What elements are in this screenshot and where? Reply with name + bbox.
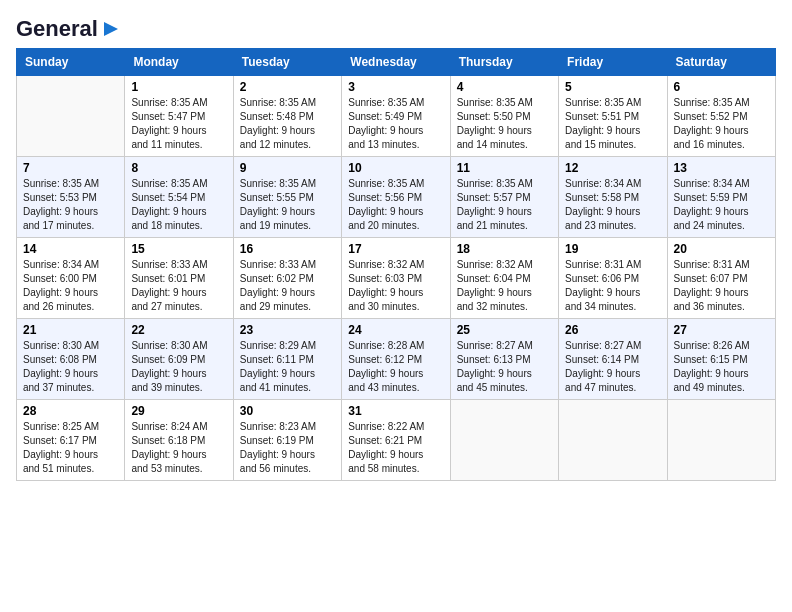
calendar-cell: 29Sunrise: 8:24 AM Sunset: 6:18 PM Dayli… [125,400,233,481]
cell-day-number: 16 [240,242,335,256]
calendar-cell [17,76,125,157]
cell-info: Sunrise: 8:35 AM Sunset: 5:57 PM Dayligh… [457,177,552,233]
calendar-cell: 2Sunrise: 8:35 AM Sunset: 5:48 PM Daylig… [233,76,341,157]
calendar-cell: 17Sunrise: 8:32 AM Sunset: 6:03 PM Dayli… [342,238,450,319]
cell-info: Sunrise: 8:34 AM Sunset: 5:59 PM Dayligh… [674,177,769,233]
cell-day-number: 20 [674,242,769,256]
cell-day-number: 15 [131,242,226,256]
cell-info: Sunrise: 8:35 AM Sunset: 5:52 PM Dayligh… [674,96,769,152]
cell-info: Sunrise: 8:35 AM Sunset: 5:54 PM Dayligh… [131,177,226,233]
cell-day-number: 26 [565,323,660,337]
calendar-header-tuesday: Tuesday [233,49,341,76]
cell-day-number: 9 [240,161,335,175]
calendar-cell: 6Sunrise: 8:35 AM Sunset: 5:52 PM Daylig… [667,76,775,157]
cell-day-number: 28 [23,404,118,418]
cell-day-number: 25 [457,323,552,337]
cell-day-number: 31 [348,404,443,418]
cell-info: Sunrise: 8:35 AM Sunset: 5:53 PM Dayligh… [23,177,118,233]
cell-info: Sunrise: 8:34 AM Sunset: 5:58 PM Dayligh… [565,177,660,233]
cell-day-number: 19 [565,242,660,256]
cell-info: Sunrise: 8:27 AM Sunset: 6:14 PM Dayligh… [565,339,660,395]
calendar-header-friday: Friday [559,49,667,76]
cell-info: Sunrise: 8:28 AM Sunset: 6:12 PM Dayligh… [348,339,443,395]
calendar-cell [667,400,775,481]
cell-info: Sunrise: 8:35 AM Sunset: 5:56 PM Dayligh… [348,177,443,233]
calendar-cell: 20Sunrise: 8:31 AM Sunset: 6:07 PM Dayli… [667,238,775,319]
calendar-cell: 7Sunrise: 8:35 AM Sunset: 5:53 PM Daylig… [17,157,125,238]
calendar-cell: 11Sunrise: 8:35 AM Sunset: 5:57 PM Dayli… [450,157,558,238]
calendar-header-wednesday: Wednesday [342,49,450,76]
cell-info: Sunrise: 8:35 AM Sunset: 5:50 PM Dayligh… [457,96,552,152]
calendar-week-row: 21Sunrise: 8:30 AM Sunset: 6:08 PM Dayli… [17,319,776,400]
cell-day-number: 21 [23,323,118,337]
cell-info: Sunrise: 8:30 AM Sunset: 6:09 PM Dayligh… [131,339,226,395]
calendar-cell: 21Sunrise: 8:30 AM Sunset: 6:08 PM Dayli… [17,319,125,400]
calendar-header-thursday: Thursday [450,49,558,76]
calendar-cell [450,400,558,481]
cell-info: Sunrise: 8:24 AM Sunset: 6:18 PM Dayligh… [131,420,226,476]
calendar-cell: 19Sunrise: 8:31 AM Sunset: 6:06 PM Dayli… [559,238,667,319]
cell-info: Sunrise: 8:35 AM Sunset: 5:51 PM Dayligh… [565,96,660,152]
calendar-cell: 13Sunrise: 8:34 AM Sunset: 5:59 PM Dayli… [667,157,775,238]
cell-info: Sunrise: 8:35 AM Sunset: 5:47 PM Dayligh… [131,96,226,152]
cell-info: Sunrise: 8:32 AM Sunset: 6:04 PM Dayligh… [457,258,552,314]
calendar-cell: 31Sunrise: 8:22 AM Sunset: 6:21 PM Dayli… [342,400,450,481]
page-header: General [16,16,776,38]
calendar-cell: 25Sunrise: 8:27 AM Sunset: 6:13 PM Dayli… [450,319,558,400]
cell-info: Sunrise: 8:25 AM Sunset: 6:17 PM Dayligh… [23,420,118,476]
calendar-header-saturday: Saturday [667,49,775,76]
cell-info: Sunrise: 8:33 AM Sunset: 6:01 PM Dayligh… [131,258,226,314]
cell-day-number: 24 [348,323,443,337]
calendar-cell: 23Sunrise: 8:29 AM Sunset: 6:11 PM Dayli… [233,319,341,400]
cell-day-number: 12 [565,161,660,175]
calendar-cell: 22Sunrise: 8:30 AM Sunset: 6:09 PM Dayli… [125,319,233,400]
cell-info: Sunrise: 8:23 AM Sunset: 6:19 PM Dayligh… [240,420,335,476]
svg-marker-0 [104,22,118,36]
calendar-cell: 4Sunrise: 8:35 AM Sunset: 5:50 PM Daylig… [450,76,558,157]
cell-day-number: 4 [457,80,552,94]
cell-info: Sunrise: 8:26 AM Sunset: 6:15 PM Dayligh… [674,339,769,395]
cell-day-number: 3 [348,80,443,94]
cell-info: Sunrise: 8:30 AM Sunset: 6:08 PM Dayligh… [23,339,118,395]
cell-day-number: 17 [348,242,443,256]
calendar-cell: 18Sunrise: 8:32 AM Sunset: 6:04 PM Dayli… [450,238,558,319]
calendar-cell: 12Sunrise: 8:34 AM Sunset: 5:58 PM Dayli… [559,157,667,238]
cell-day-number: 11 [457,161,552,175]
cell-day-number: 22 [131,323,226,337]
cell-day-number: 18 [457,242,552,256]
calendar-cell: 14Sunrise: 8:34 AM Sunset: 6:00 PM Dayli… [17,238,125,319]
calendar-cell: 5Sunrise: 8:35 AM Sunset: 5:51 PM Daylig… [559,76,667,157]
cell-info: Sunrise: 8:29 AM Sunset: 6:11 PM Dayligh… [240,339,335,395]
logo-arrow-icon [100,18,122,40]
cell-day-number: 23 [240,323,335,337]
calendar-header-row: SundayMondayTuesdayWednesdayThursdayFrid… [17,49,776,76]
calendar-cell: 10Sunrise: 8:35 AM Sunset: 5:56 PM Dayli… [342,157,450,238]
cell-info: Sunrise: 8:31 AM Sunset: 6:07 PM Dayligh… [674,258,769,314]
calendar-cell: 8Sunrise: 8:35 AM Sunset: 5:54 PM Daylig… [125,157,233,238]
calendar-cell: 1Sunrise: 8:35 AM Sunset: 5:47 PM Daylig… [125,76,233,157]
calendar-cell: 3Sunrise: 8:35 AM Sunset: 5:49 PM Daylig… [342,76,450,157]
calendar-week-row: 1Sunrise: 8:35 AM Sunset: 5:47 PM Daylig… [17,76,776,157]
calendar-week-row: 14Sunrise: 8:34 AM Sunset: 6:00 PM Dayli… [17,238,776,319]
calendar-cell: 30Sunrise: 8:23 AM Sunset: 6:19 PM Dayli… [233,400,341,481]
cell-day-number: 6 [674,80,769,94]
cell-day-number: 1 [131,80,226,94]
cell-info: Sunrise: 8:33 AM Sunset: 6:02 PM Dayligh… [240,258,335,314]
cell-day-number: 10 [348,161,443,175]
cell-day-number: 27 [674,323,769,337]
cell-info: Sunrise: 8:35 AM Sunset: 5:55 PM Dayligh… [240,177,335,233]
cell-info: Sunrise: 8:31 AM Sunset: 6:06 PM Dayligh… [565,258,660,314]
calendar-cell: 15Sunrise: 8:33 AM Sunset: 6:01 PM Dayli… [125,238,233,319]
calendar-cell: 27Sunrise: 8:26 AM Sunset: 6:15 PM Dayli… [667,319,775,400]
cell-info: Sunrise: 8:35 AM Sunset: 5:49 PM Dayligh… [348,96,443,152]
calendar-cell: 28Sunrise: 8:25 AM Sunset: 6:17 PM Dayli… [17,400,125,481]
cell-info: Sunrise: 8:35 AM Sunset: 5:48 PM Dayligh… [240,96,335,152]
logo: General [16,16,122,38]
calendar-week-row: 28Sunrise: 8:25 AM Sunset: 6:17 PM Dayli… [17,400,776,481]
calendar-cell: 24Sunrise: 8:28 AM Sunset: 6:12 PM Dayli… [342,319,450,400]
cell-day-number: 29 [131,404,226,418]
cell-info: Sunrise: 8:34 AM Sunset: 6:00 PM Dayligh… [23,258,118,314]
calendar-cell: 26Sunrise: 8:27 AM Sunset: 6:14 PM Dayli… [559,319,667,400]
cell-info: Sunrise: 8:22 AM Sunset: 6:21 PM Dayligh… [348,420,443,476]
cell-info: Sunrise: 8:32 AM Sunset: 6:03 PM Dayligh… [348,258,443,314]
